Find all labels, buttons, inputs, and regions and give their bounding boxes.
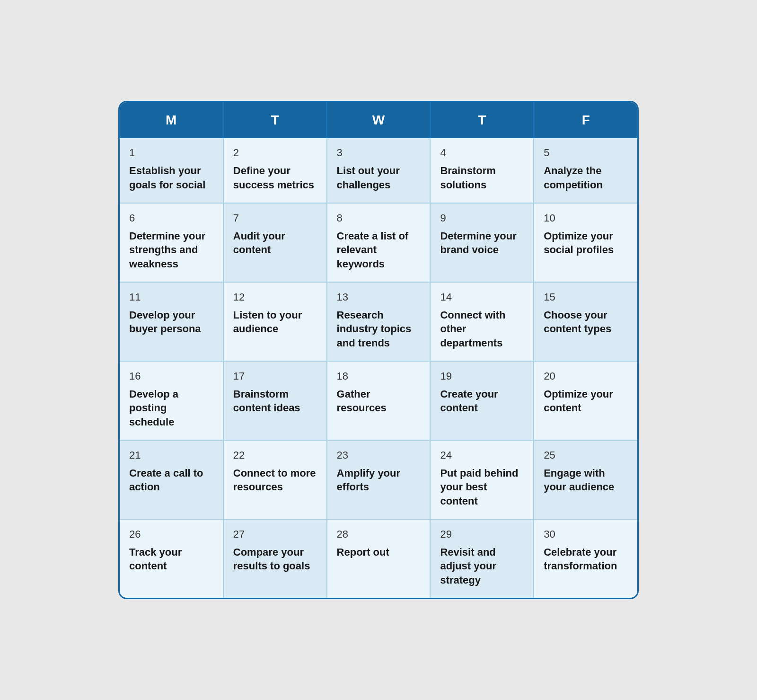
cell-text-7: Audit your content: [233, 230, 285, 256]
cell-number-2: 2: [233, 147, 317, 159]
cell-text-24: Put paid behind your best content: [440, 467, 518, 507]
cell-number-6: 6: [129, 212, 213, 224]
cell-number-20: 20: [544, 370, 628, 382]
cell-number-12: 12: [233, 291, 317, 303]
calendar-cell-20: 20Optimize your content: [534, 361, 637, 440]
header-t-1: T: [223, 102, 327, 138]
cell-number-16: 16: [129, 370, 213, 382]
calendar-cell-6: 6Determine your strengths and weakness: [120, 203, 223, 282]
calendar-cell-22: 22Connect to more resources: [223, 440, 327, 519]
cell-text-4: Brainstorm solutions: [440, 165, 495, 191]
cell-text-25: Engage with your audience: [544, 467, 614, 493]
calendar-cell-30: 30Celebrate your transformation: [534, 519, 637, 598]
calendar-cell-2: 2Define your success metrics: [223, 138, 327, 203]
calendar-row-4: 16Develop a posting schedule17Brainstorm…: [120, 361, 637, 440]
cell-number-21: 21: [129, 449, 213, 461]
calendar-cell-9: 9Determine your brand voice: [430, 203, 534, 282]
cell-number-25: 25: [544, 449, 628, 461]
calendar-row-3: 11Develop your buyer persona12Listen to …: [120, 282, 637, 361]
cell-number-17: 17: [233, 370, 317, 382]
cell-number-8: 8: [337, 212, 421, 224]
cell-text-20: Optimize your content: [544, 388, 613, 414]
calendar-cell-28: 28Report out: [327, 519, 431, 598]
calendar-cell-18: 18Gather resources: [327, 361, 431, 440]
calendar-row-2: 6Determine your strengths and weakness7A…: [120, 203, 637, 282]
calendar-cell-19: 19Create your content: [430, 361, 534, 440]
calendar-cell-17: 17Brainstorm content ideas: [223, 361, 327, 440]
calendar-cell-14: 14Connect with other departments: [430, 282, 534, 361]
cell-number-24: 24: [440, 449, 524, 461]
cell-text-23: Amplify your efforts: [337, 467, 400, 493]
calendar-cell-11: 11Develop your buyer persona: [120, 282, 223, 361]
cell-text-21: Create a call to action: [129, 467, 203, 493]
header-w-2: W: [327, 102, 431, 138]
cell-number-3: 3: [337, 147, 421, 159]
cell-text-12: Listen to your audience: [233, 309, 302, 335]
header-f-4: F: [534, 102, 637, 138]
cell-number-15: 15: [544, 291, 628, 303]
cell-text-10: Optimize your social profiles: [544, 230, 614, 256]
calendar-row-1: 1Establish your goals for social2Define …: [120, 138, 637, 203]
cell-number-9: 9: [440, 212, 524, 224]
header-row: MTWTF: [120, 102, 637, 138]
header-m-0: M: [120, 102, 223, 138]
calendar-cell-21: 21Create a call to action: [120, 440, 223, 519]
cell-text-11: Develop your buyer persona: [129, 309, 201, 335]
cell-text-19: Create your content: [440, 388, 498, 414]
cell-text-30: Celebrate your transformation: [544, 546, 617, 572]
cell-text-14: Connect with other departments: [440, 309, 505, 349]
cell-number-7: 7: [233, 212, 317, 224]
calendar-row-5: 21Create a call to action22Connect to mo…: [120, 440, 637, 519]
cell-number-5: 5: [544, 147, 628, 159]
calendar-cell-16: 16Develop a posting schedule: [120, 361, 223, 440]
cell-number-18: 18: [337, 370, 421, 382]
cell-number-27: 27: [233, 528, 317, 541]
cell-number-13: 13: [337, 291, 421, 303]
calendar-cell-8: 8Create a list of relevant keywords: [327, 203, 431, 282]
cell-text-18: Gather resources: [337, 388, 387, 414]
cell-number-14: 14: [440, 291, 524, 303]
calendar-cell-15: 15Choose your content types: [534, 282, 637, 361]
cell-number-30: 30: [544, 528, 628, 541]
calendar-cell-25: 25Engage with your audience: [534, 440, 637, 519]
calendar-cell-7: 7Audit your content: [223, 203, 327, 282]
cell-text-6: Determine your strengths and weakness: [129, 230, 205, 270]
calendar-cell-4: 4Brainstorm solutions: [430, 138, 534, 203]
calendar-cell-26: 26Track your content: [120, 519, 223, 598]
calendar-cell-1: 1Establish your goals for social: [120, 138, 223, 203]
cell-text-17: Brainstorm content ideas: [233, 388, 300, 414]
cell-text-16: Develop a posting schedule: [129, 388, 178, 428]
calendar-table: MTWTF 1Establish your goals for social2D…: [120, 102, 637, 598]
cell-text-26: Track your content: [129, 546, 182, 572]
cell-text-29: Revisit and adjust your strategy: [440, 546, 496, 586]
cell-text-5: Analyze the competition: [544, 165, 603, 191]
cell-text-13: Research industry topics and trends: [337, 309, 412, 349]
header-t-3: T: [430, 102, 534, 138]
cell-text-15: Choose your content types: [544, 309, 611, 335]
calendar-cell-29: 29Revisit and adjust your strategy: [430, 519, 534, 598]
cell-text-3: List out your challenges: [337, 165, 400, 191]
cell-number-1: 1: [129, 147, 213, 159]
calendar-cell-10: 10Optimize your social profiles: [534, 203, 637, 282]
calendar-container: MTWTF 1Establish your goals for social2D…: [118, 101, 639, 599]
cell-number-19: 19: [440, 370, 524, 382]
cell-number-28: 28: [337, 528, 421, 541]
cell-text-1: Establish your goals for social: [129, 165, 205, 191]
calendar-cell-24: 24Put paid behind your best content: [430, 440, 534, 519]
cell-text-8: Create a list of relevant keywords: [337, 230, 409, 270]
calendar-cell-5: 5Analyze the competition: [534, 138, 637, 203]
cell-text-27: Compare your results to goals: [233, 546, 310, 572]
calendar-cell-23: 23Amplify your efforts: [327, 440, 431, 519]
cell-number-22: 22: [233, 449, 317, 461]
cell-number-4: 4: [440, 147, 524, 159]
calendar-cell-3: 3List out your challenges: [327, 138, 431, 203]
cell-text-9: Determine your brand voice: [440, 230, 516, 256]
calendar-row-6: 26Track your content27Compare your resul…: [120, 519, 637, 598]
cell-number-29: 29: [440, 528, 524, 541]
cell-number-11: 11: [129, 291, 213, 303]
cell-number-26: 26: [129, 528, 213, 541]
cell-text-2: Define your success metrics: [233, 165, 314, 191]
calendar-cell-27: 27Compare your results to goals: [223, 519, 327, 598]
cell-number-23: 23: [337, 449, 421, 461]
cell-text-28: Report out: [337, 546, 389, 558]
